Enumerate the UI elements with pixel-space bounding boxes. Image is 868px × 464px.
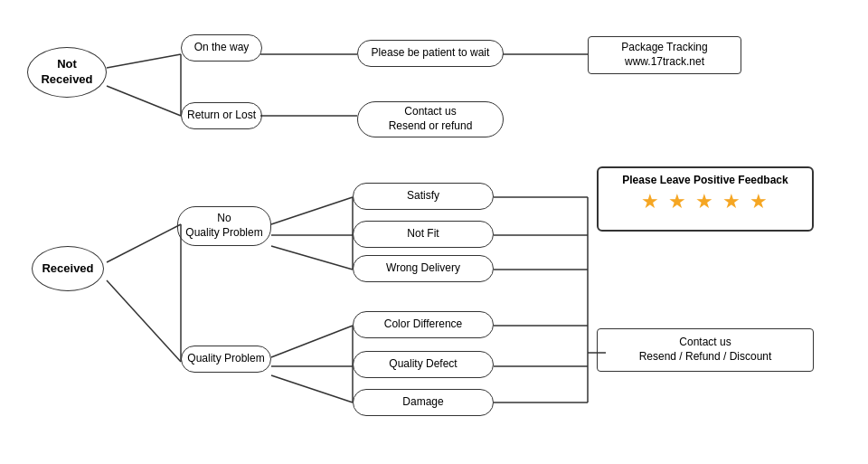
return-or-lost-node: Return or Lost [181, 102, 262, 129]
svg-line-19 [271, 375, 353, 402]
damage-node: Damage [353, 389, 494, 416]
svg-line-6 [107, 224, 181, 262]
feedback-title: Please Leave Positive Feedback [608, 174, 803, 186]
quality-defect-node: Quality Defect [353, 351, 494, 378]
on-the-way-node: On the way [181, 34, 262, 62]
not-received-node: Not Received [27, 47, 107, 98]
svg-line-1 [107, 86, 181, 116]
color-difference-node: Color Difference [353, 311, 494, 338]
quality-problem-node: Quality Problem [181, 346, 271, 373]
svg-line-9 [271, 197, 353, 224]
contact-resend-refund-node: Contact us Resend or refund [357, 101, 504, 137]
svg-line-17 [271, 326, 353, 357]
wrong-delivery-node: Wrong Delivery [353, 255, 494, 282]
contact-resend-refund-discount-node: Contact us Resend / Refund / Discount [597, 328, 814, 372]
svg-line-0 [107, 54, 181, 68]
svg-line-11 [271, 246, 353, 270]
svg-line-7 [107, 280, 181, 362]
received-node: Received [32, 246, 104, 291]
not-fit-node: Not Fit [353, 221, 494, 248]
please-be-patient-node: Please be patient to wait [357, 40, 504, 67]
stars-display: ★ ★ ★ ★ ★ [608, 190, 803, 213]
positive-feedback-box: Please Leave Positive Feedback ★ ★ ★ ★ ★ [597, 166, 814, 232]
package-tracking-node: Package Tracking www.17track.net [588, 36, 741, 74]
diagram: Not Received On the way Return or Lost P… [0, 0, 868, 464]
no-quality-problem-node: No Quality Problem [177, 206, 271, 246]
satisfy-node: Satisfy [353, 183, 494, 210]
